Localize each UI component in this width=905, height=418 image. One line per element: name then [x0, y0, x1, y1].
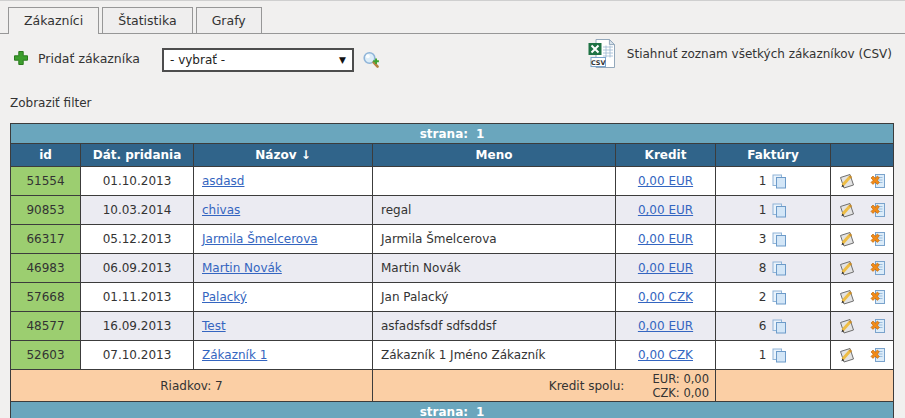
download-csv-label: Stiahnuť zoznam všetkých zákazníkov (CSV…: [627, 47, 892, 61]
summary-empty-cell: [716, 370, 894, 402]
delete-icon[interactable]: [869, 172, 887, 190]
customer-date-added: 16.09.2013: [81, 312, 194, 341]
credit-total-cell: Kredit spolu: EUR: 0,00 CZK: 0,00: [373, 370, 716, 402]
customer-name-link[interactable]: Palacký: [202, 290, 247, 304]
customer-fullname: Jarmila Šmelcerova: [373, 225, 616, 254]
customer-date-added: 05.12.2013: [81, 225, 194, 254]
tab-statistika[interactable]: Štatistika: [102, 7, 192, 33]
delete-icon[interactable]: [869, 230, 887, 248]
customer-name-link[interactable]: Zákazník 1: [202, 348, 267, 362]
edit-icon[interactable]: [838, 172, 856, 190]
edit-icon[interactable]: [838, 230, 856, 248]
customer-id: 46983: [11, 254, 81, 283]
customer-name-link[interactable]: Martin Novák: [202, 261, 282, 275]
copy-icon[interactable]: [772, 290, 787, 305]
svg-text:CSV: CSV: [591, 59, 606, 67]
table-row: 57668 01.11.2013 Palacký Jan Palacký 0,0…: [11, 283, 894, 312]
edit-icon[interactable]: [838, 346, 856, 364]
col-header-date[interactable]: Dát. pridania: [81, 144, 194, 167]
table-row: 48577 16.09.2013 Test asfadsfsdf sdfsdds…: [11, 312, 894, 341]
customer-id: 90853: [11, 196, 81, 225]
customer-name-link[interactable]: Test: [202, 319, 226, 333]
copy-icon[interactable]: [772, 348, 787, 363]
table-row: 66317 05.12.2013 Jarmila Šmelcerova Jarm…: [11, 225, 894, 254]
page-indicator-top: strana:1: [11, 124, 894, 144]
page-number: 1: [476, 127, 484, 141]
customers-page: Zákazníci Štatistika Grafy Pridať zákazn…: [0, 0, 905, 418]
rows-count: Riadkov: 7: [11, 370, 373, 402]
credit-total-czk: CZK: 0,00: [652, 386, 709, 400]
col-header-actions: [831, 144, 894, 167]
download-csv-link[interactable]: CSV Stiahnuť zoznam všetkých zákazníkov …: [587, 38, 892, 69]
invoice-count: 3: [759, 232, 767, 246]
add-customer-label: Pridať zákazníka: [38, 51, 140, 66]
col-header-name-label: Názov: [255, 148, 296, 162]
col-header-meno[interactable]: Meno: [373, 144, 616, 167]
edit-icon[interactable]: [838, 288, 856, 306]
copy-icon[interactable]: [772, 174, 787, 189]
customer-credit-link[interactable]: 0,00 CZK: [638, 290, 693, 304]
customer-name-link[interactable]: Jarmila Šmelcerova: [202, 232, 318, 246]
customer-name-link[interactable]: chivas: [202, 203, 240, 217]
customer-date-added: 06.09.2013: [81, 254, 194, 283]
page-label: strana:: [420, 405, 468, 418]
pagination-top-row: strana:1: [11, 124, 894, 144]
col-header-id[interactable]: id: [11, 144, 81, 167]
customer-id: 51554: [11, 167, 81, 196]
edit-icon[interactable]: [838, 259, 856, 277]
invoice-count: 8: [759, 261, 767, 275]
tab-grafy[interactable]: Grafy: [196, 7, 262, 33]
delete-icon[interactable]: [869, 288, 887, 306]
show-filter-toggle[interactable]: Zobraziť filter: [10, 96, 92, 110]
invoice-count: 6: [759, 319, 767, 333]
customers-table: strana:1 id Dát. pridania Názov ↓ Meno K…: [10, 123, 894, 418]
delete-icon[interactable]: [869, 317, 887, 335]
customer-fullname: Zákazník 1 Jméno Zákazník: [373, 341, 616, 370]
invoice-count: 1: [759, 174, 767, 188]
edit-icon[interactable]: [838, 317, 856, 335]
copy-icon[interactable]: [772, 203, 787, 218]
credit-total-label: Kredit spolu:: [549, 379, 625, 393]
tab-zakaznici[interactable]: Zákazníci: [8, 7, 99, 34]
invoice-count: 2: [759, 290, 767, 304]
table-row: 90853 10.03.2014 chivas regal 0,00 EUR 1: [11, 196, 894, 225]
copy-icon[interactable]: [772, 319, 787, 334]
customer-credit-link[interactable]: 0,00 EUR: [638, 232, 693, 246]
customer-date-added: 07.10.2013: [81, 341, 194, 370]
delete-icon[interactable]: [869, 259, 887, 277]
customer-date-added: 01.11.2013: [81, 283, 194, 312]
dropdown-arrow-icon: ▼: [339, 55, 346, 65]
header-row: id Dát. pridania Názov ↓ Meno Kredit Fak…: [11, 144, 894, 167]
customer-select-value: - vybrať -: [170, 53, 225, 67]
table-row: 52603 07.10.2013 Zákazník 1 Zákazník 1 J…: [11, 341, 894, 370]
customer-credit-link[interactable]: 0,00 EUR: [638, 174, 693, 188]
sort-desc-icon: ↓: [301, 148, 311, 162]
customer-credit-link[interactable]: 0,00 EUR: [638, 203, 693, 217]
customer-credit-link[interactable]: 0,00 EUR: [638, 319, 693, 333]
pagination-bottom-row: strana:1: [11, 402, 894, 418]
customer-credit-link[interactable]: 0,00 CZK: [638, 348, 693, 362]
copy-icon[interactable]: [772, 261, 787, 276]
invoice-count: 1: [759, 348, 767, 362]
customer-id: 48577: [11, 312, 81, 341]
customer-credit-link[interactable]: 0,00 EUR: [638, 261, 693, 275]
delete-icon[interactable]: [869, 201, 887, 219]
copy-icon[interactable]: [772, 232, 787, 247]
page-label: strana:: [420, 127, 468, 141]
invoice-count: 1: [759, 203, 767, 217]
customer-select[interactable]: - vybrať - ▼: [162, 48, 354, 72]
plus-icon: [13, 50, 29, 66]
col-header-kredit[interactable]: Kredit: [616, 144, 716, 167]
customer-name-link[interactable]: asdasd: [202, 174, 244, 188]
customer-fullname: asfadsfsdf sdfsddsf: [373, 312, 616, 341]
customer-fullname: Jan Palacký: [373, 283, 616, 312]
col-header-faktury[interactable]: Faktúry: [716, 144, 831, 167]
customer-fullname: regal: [373, 196, 616, 225]
search-customer-icon[interactable]: [362, 51, 381, 70]
col-header-name[interactable]: Názov ↓: [194, 144, 373, 167]
delete-icon[interactable]: [869, 346, 887, 364]
edit-icon[interactable]: [838, 201, 856, 219]
add-customer-button[interactable]: Pridať zákazníka: [13, 50, 140, 66]
customer-date-added: 01.10.2013: [81, 167, 194, 196]
csv-excel-icon: CSV: [587, 38, 618, 69]
